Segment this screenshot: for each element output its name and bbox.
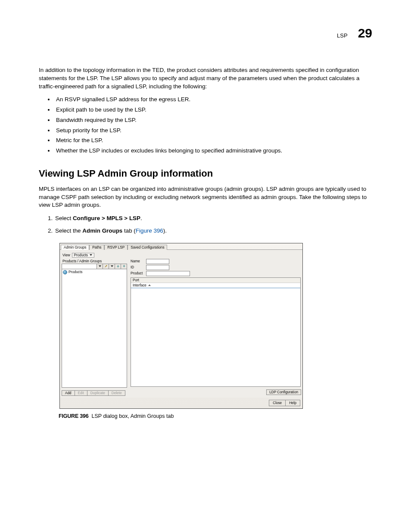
products-panel-title: Products / Admin Groups: [62, 259, 127, 264]
tab-saved-configurations[interactable]: Saved Configurations: [128, 245, 167, 250]
filter-dropdown-button[interactable]: [97, 264, 103, 269]
tab-admin-groups[interactable]: Admin Groups: [61, 245, 89, 250]
product-field[interactable]: [146, 271, 190, 276]
chevron-down-icon: [111, 265, 113, 267]
search-button[interactable]: [103, 264, 109, 269]
move-down-button[interactable]: [121, 264, 127, 269]
port-table: Port Interface: [131, 277, 301, 387]
tree-root-item[interactable]: Products: [63, 270, 126, 274]
step-text: Select: [55, 215, 73, 221]
tab-strip: Admin Groups Paths RSVP LSP Saved Config…: [60, 243, 302, 249]
figure-caption: FIGURE 396 LSP dialog box, Admin Groups …: [59, 413, 372, 419]
help-button[interactable]: Help: [285, 400, 300, 406]
port-column-interface[interactable]: Interface: [131, 283, 300, 288]
dialog-screenshot: Admin Groups Paths RSVP LSP Saved Config…: [59, 243, 303, 409]
add-button[interactable]: Add: [62, 390, 75, 396]
id-label: ID: [131, 265, 145, 269]
step-item: Select Configure > MPLS > LSP.: [54, 215, 372, 223]
bullet-item: Metric for the LSP.: [54, 137, 372, 145]
figure-xref[interactable]: Figure 396: [136, 227, 163, 234]
tab-rsvp-lsp[interactable]: RSVP LSP: [104, 245, 128, 250]
bullet-list: An RSVP signalled LSP address for the eg…: [39, 96, 372, 155]
sort-ascending-icon: [148, 284, 151, 286]
section-paragraph: MPLS interfaces on an LSP can be organiz…: [39, 185, 372, 209]
products-tree[interactable]: Products: [62, 269, 127, 388]
bullet-item: Setup priority for the LSP.: [54, 127, 372, 135]
arrow-down-icon: [122, 264, 126, 268]
figure-number: FIGURE 396: [59, 413, 89, 419]
step-text: ).: [163, 227, 167, 234]
globe-icon: [63, 270, 67, 274]
step-item: Select the Admin Groups tab (Figure 396)…: [54, 227, 372, 235]
step-text: tab (: [122, 227, 136, 234]
chapter-number: 29: [358, 26, 372, 40]
filter-input[interactable]: [62, 264, 97, 269]
step-text: .: [140, 215, 142, 221]
view-dropdown[interactable]: Products: [72, 253, 94, 258]
arrow-up-icon: [116, 264, 120, 268]
search-dropdown-button[interactable]: [109, 264, 115, 269]
move-up-button[interactable]: [115, 264, 121, 269]
flashlight-icon: [104, 264, 108, 268]
section-heading: Viewing LSP Admin Group information: [39, 168, 372, 179]
step-bold: Configure > MPLS > LSP: [73, 215, 140, 221]
bullet-item: Whether the LSP includes or excludes lin…: [54, 147, 372, 155]
name-label: Name: [131, 259, 145, 263]
ldp-configuration-button[interactable]: LDP Configuration: [266, 389, 301, 395]
id-field[interactable]: [146, 265, 169, 270]
name-field[interactable]: [146, 259, 169, 264]
figure-caption-text: LSP dialog box, Admin Groups tab: [92, 413, 174, 419]
close-button[interactable]: Close: [269, 400, 286, 406]
step-text: Select the: [55, 227, 82, 234]
intro-paragraph: In addition to the topology information …: [39, 66, 372, 90]
view-dropdown-value: Products: [74, 253, 88, 257]
page-header-label: LSP: [337, 32, 348, 39]
edit-button[interactable]: Edit: [75, 390, 87, 396]
port-table-header: Port: [131, 278, 300, 283]
bullet-item: Explicit path to be used by the LSP.: [54, 106, 372, 114]
tab-paths[interactable]: Paths: [89, 245, 104, 250]
duplicate-button[interactable]: Duplicate: [87, 390, 109, 396]
view-label: View: [62, 253, 70, 257]
chevron-down-icon: [90, 254, 92, 256]
steps-list: Select Configure > MPLS > LSP. Select th…: [39, 215, 372, 235]
chevron-down-icon: [99, 265, 101, 267]
bullet-item: Bandwidth required by the LSP.: [54, 116, 372, 124]
product-label: Product: [131, 271, 145, 275]
bullet-item: An RSVP signalled LSP address for the eg…: [54, 96, 372, 104]
tree-root-label: Products: [68, 270, 82, 274]
port-table-body: [131, 288, 300, 386]
delete-button[interactable]: Delete: [108, 390, 125, 396]
port-column-label: Interface: [133, 283, 146, 287]
step-bold: Admin Groups: [82, 227, 122, 234]
